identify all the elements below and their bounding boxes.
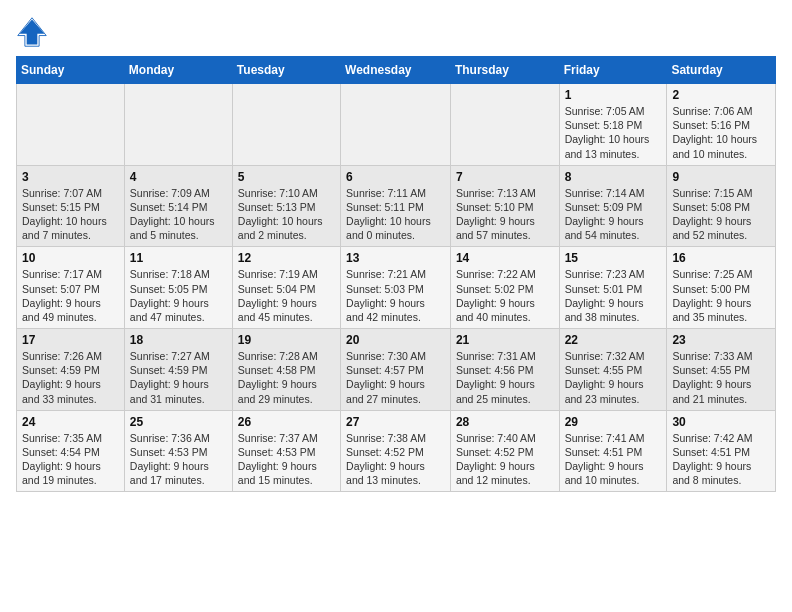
day-number: 28 — [456, 415, 554, 429]
day-info: Sunrise: 7:15 AM Sunset: 5:08 PM Dayligh… — [672, 186, 770, 243]
day-cell: 6Sunrise: 7:11 AM Sunset: 5:11 PM Daylig… — [341, 165, 451, 247]
day-number: 3 — [22, 170, 119, 184]
day-cell: 5Sunrise: 7:10 AM Sunset: 5:13 PM Daylig… — [232, 165, 340, 247]
weekday-header-saturday: Saturday — [667, 57, 776, 84]
logo — [16, 16, 52, 48]
weekday-header-thursday: Thursday — [450, 57, 559, 84]
weekday-header-sunday: Sunday — [17, 57, 125, 84]
day-number: 27 — [346, 415, 445, 429]
day-number: 8 — [565, 170, 662, 184]
day-cell: 3Sunrise: 7:07 AM Sunset: 5:15 PM Daylig… — [17, 165, 125, 247]
day-number: 7 — [456, 170, 554, 184]
day-info: Sunrise: 7:14 AM Sunset: 5:09 PM Dayligh… — [565, 186, 662, 243]
day-cell — [450, 84, 559, 166]
day-cell: 21Sunrise: 7:31 AM Sunset: 4:56 PM Dayli… — [450, 329, 559, 411]
day-number: 13 — [346, 251, 445, 265]
day-info: Sunrise: 7:06 AM Sunset: 5:16 PM Dayligh… — [672, 104, 770, 161]
day-info: Sunrise: 7:10 AM Sunset: 5:13 PM Dayligh… — [238, 186, 335, 243]
day-number: 18 — [130, 333, 227, 347]
day-number: 10 — [22, 251, 119, 265]
day-cell: 15Sunrise: 7:23 AM Sunset: 5:01 PM Dayli… — [559, 247, 667, 329]
day-number: 21 — [456, 333, 554, 347]
day-number: 11 — [130, 251, 227, 265]
day-cell: 12Sunrise: 7:19 AM Sunset: 5:04 PM Dayli… — [232, 247, 340, 329]
week-row-3: 10Sunrise: 7:17 AM Sunset: 5:07 PM Dayli… — [17, 247, 776, 329]
day-number: 17 — [22, 333, 119, 347]
day-info: Sunrise: 7:05 AM Sunset: 5:18 PM Dayligh… — [565, 104, 662, 161]
day-cell: 10Sunrise: 7:17 AM Sunset: 5:07 PM Dayli… — [17, 247, 125, 329]
day-info: Sunrise: 7:41 AM Sunset: 4:51 PM Dayligh… — [565, 431, 662, 488]
week-row-2: 3Sunrise: 7:07 AM Sunset: 5:15 PM Daylig… — [17, 165, 776, 247]
day-number: 5 — [238, 170, 335, 184]
day-info: Sunrise: 7:09 AM Sunset: 5:14 PM Dayligh… — [130, 186, 227, 243]
day-number: 20 — [346, 333, 445, 347]
day-number: 6 — [346, 170, 445, 184]
day-number: 1 — [565, 88, 662, 102]
day-info: Sunrise: 7:25 AM Sunset: 5:00 PM Dayligh… — [672, 267, 770, 324]
logo-icon — [16, 16, 48, 48]
weekday-header-row: SundayMondayTuesdayWednesdayThursdayFrid… — [17, 57, 776, 84]
day-cell: 28Sunrise: 7:40 AM Sunset: 4:52 PM Dayli… — [450, 410, 559, 492]
day-cell: 16Sunrise: 7:25 AM Sunset: 5:00 PM Dayli… — [667, 247, 776, 329]
day-info: Sunrise: 7:35 AM Sunset: 4:54 PM Dayligh… — [22, 431, 119, 488]
day-info: Sunrise: 7:37 AM Sunset: 4:53 PM Dayligh… — [238, 431, 335, 488]
week-row-1: 1Sunrise: 7:05 AM Sunset: 5:18 PM Daylig… — [17, 84, 776, 166]
day-info: Sunrise: 7:11 AM Sunset: 5:11 PM Dayligh… — [346, 186, 445, 243]
day-info: Sunrise: 7:19 AM Sunset: 5:04 PM Dayligh… — [238, 267, 335, 324]
day-number: 30 — [672, 415, 770, 429]
day-cell: 18Sunrise: 7:27 AM Sunset: 4:59 PM Dayli… — [124, 329, 232, 411]
day-info: Sunrise: 7:13 AM Sunset: 5:10 PM Dayligh… — [456, 186, 554, 243]
day-cell: 13Sunrise: 7:21 AM Sunset: 5:03 PM Dayli… — [341, 247, 451, 329]
day-cell: 24Sunrise: 7:35 AM Sunset: 4:54 PM Dayli… — [17, 410, 125, 492]
day-number: 15 — [565, 251, 662, 265]
day-info: Sunrise: 7:18 AM Sunset: 5:05 PM Dayligh… — [130, 267, 227, 324]
day-cell: 22Sunrise: 7:32 AM Sunset: 4:55 PM Dayli… — [559, 329, 667, 411]
day-info: Sunrise: 7:32 AM Sunset: 4:55 PM Dayligh… — [565, 349, 662, 406]
day-number: 4 — [130, 170, 227, 184]
day-cell: 9Sunrise: 7:15 AM Sunset: 5:08 PM Daylig… — [667, 165, 776, 247]
day-cell: 17Sunrise: 7:26 AM Sunset: 4:59 PM Dayli… — [17, 329, 125, 411]
day-cell: 11Sunrise: 7:18 AM Sunset: 5:05 PM Dayli… — [124, 247, 232, 329]
day-cell — [124, 84, 232, 166]
header — [16, 16, 776, 48]
day-number: 22 — [565, 333, 662, 347]
day-info: Sunrise: 7:40 AM Sunset: 4:52 PM Dayligh… — [456, 431, 554, 488]
day-info: Sunrise: 7:21 AM Sunset: 5:03 PM Dayligh… — [346, 267, 445, 324]
day-cell: 7Sunrise: 7:13 AM Sunset: 5:10 PM Daylig… — [450, 165, 559, 247]
day-cell: 19Sunrise: 7:28 AM Sunset: 4:58 PM Dayli… — [232, 329, 340, 411]
day-number: 2 — [672, 88, 770, 102]
day-cell: 14Sunrise: 7:22 AM Sunset: 5:02 PM Dayli… — [450, 247, 559, 329]
day-info: Sunrise: 7:23 AM Sunset: 5:01 PM Dayligh… — [565, 267, 662, 324]
day-info: Sunrise: 7:26 AM Sunset: 4:59 PM Dayligh… — [22, 349, 119, 406]
day-cell: 1Sunrise: 7:05 AM Sunset: 5:18 PM Daylig… — [559, 84, 667, 166]
week-row-4: 17Sunrise: 7:26 AM Sunset: 4:59 PM Dayli… — [17, 329, 776, 411]
day-info: Sunrise: 7:17 AM Sunset: 5:07 PM Dayligh… — [22, 267, 119, 324]
week-row-5: 24Sunrise: 7:35 AM Sunset: 4:54 PM Dayli… — [17, 410, 776, 492]
day-cell: 20Sunrise: 7:30 AM Sunset: 4:57 PM Dayli… — [341, 329, 451, 411]
day-info: Sunrise: 7:33 AM Sunset: 4:55 PM Dayligh… — [672, 349, 770, 406]
day-number: 9 — [672, 170, 770, 184]
day-cell: 4Sunrise: 7:09 AM Sunset: 5:14 PM Daylig… — [124, 165, 232, 247]
calendar-table: SundayMondayTuesdayWednesdayThursdayFrid… — [16, 56, 776, 492]
day-info: Sunrise: 7:27 AM Sunset: 4:59 PM Dayligh… — [130, 349, 227, 406]
day-info: Sunrise: 7:42 AM Sunset: 4:51 PM Dayligh… — [672, 431, 770, 488]
day-info: Sunrise: 7:07 AM Sunset: 5:15 PM Dayligh… — [22, 186, 119, 243]
day-number: 24 — [22, 415, 119, 429]
day-cell — [17, 84, 125, 166]
day-cell: 23Sunrise: 7:33 AM Sunset: 4:55 PM Dayli… — [667, 329, 776, 411]
day-number: 16 — [672, 251, 770, 265]
day-info: Sunrise: 7:22 AM Sunset: 5:02 PM Dayligh… — [456, 267, 554, 324]
day-number: 19 — [238, 333, 335, 347]
day-info: Sunrise: 7:30 AM Sunset: 4:57 PM Dayligh… — [346, 349, 445, 406]
day-cell: 27Sunrise: 7:38 AM Sunset: 4:52 PM Dayli… — [341, 410, 451, 492]
day-cell: 2Sunrise: 7:06 AM Sunset: 5:16 PM Daylig… — [667, 84, 776, 166]
day-cell — [341, 84, 451, 166]
day-cell — [232, 84, 340, 166]
day-info: Sunrise: 7:31 AM Sunset: 4:56 PM Dayligh… — [456, 349, 554, 406]
day-cell: 8Sunrise: 7:14 AM Sunset: 5:09 PM Daylig… — [559, 165, 667, 247]
day-number: 25 — [130, 415, 227, 429]
day-info: Sunrise: 7:28 AM Sunset: 4:58 PM Dayligh… — [238, 349, 335, 406]
day-cell: 25Sunrise: 7:36 AM Sunset: 4:53 PM Dayli… — [124, 410, 232, 492]
day-cell: 26Sunrise: 7:37 AM Sunset: 4:53 PM Dayli… — [232, 410, 340, 492]
weekday-header-friday: Friday — [559, 57, 667, 84]
